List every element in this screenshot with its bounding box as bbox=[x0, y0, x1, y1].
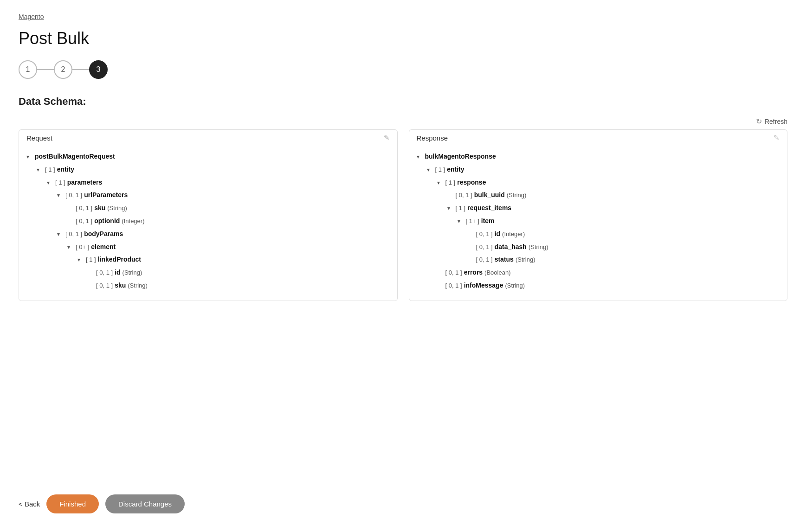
spacer bbox=[88, 281, 94, 290]
chevron-icon[interactable]: ▾ bbox=[26, 152, 33, 161]
bracket: [ 0, 1 ] bbox=[65, 190, 82, 200]
node-name: urlParameters bbox=[84, 190, 128, 201]
tree-node: ▾[ 1 ] response bbox=[417, 176, 780, 189]
bracket: [ 0, 1 ] bbox=[476, 242, 493, 252]
tree-node: ▾[ 1 ] entity bbox=[26, 163, 390, 176]
node-name: sku bbox=[94, 203, 105, 214]
bracket: [ 0, 1 ] bbox=[445, 268, 462, 278]
type-label: (String) bbox=[128, 281, 148, 291]
request-edit-icon[interactable]: ✎ bbox=[384, 134, 390, 142]
tree-node: ▾[ 1 ] linkedProduct bbox=[26, 253, 390, 266]
step-connector-1 bbox=[37, 69, 54, 70]
chevron-icon[interactable]: ▾ bbox=[427, 165, 433, 174]
bracket: [ 0+ ] bbox=[76, 242, 89, 252]
bracket: [ 0, 1 ] bbox=[96, 268, 113, 278]
bracket: [ 0, 1 ] bbox=[76, 216, 92, 226]
response-label: Response bbox=[417, 134, 448, 142]
response-edit-icon[interactable]: ✎ bbox=[774, 134, 780, 142]
chevron-icon[interactable]: ▾ bbox=[37, 165, 43, 174]
type-label: (String) bbox=[516, 255, 535, 265]
chevron-icon[interactable]: ▾ bbox=[447, 204, 454, 213]
node-name: postBulkMagentoRequest bbox=[35, 151, 115, 162]
type-label: (Integer) bbox=[502, 229, 525, 239]
spacer bbox=[468, 255, 474, 264]
type-label: (Integer) bbox=[122, 216, 144, 226]
node-name: item bbox=[481, 216, 495, 227]
chevron-icon[interactable]: ▾ bbox=[57, 191, 64, 200]
spacer bbox=[88, 268, 94, 277]
refresh-bar[interactable]: ↻ Refresh bbox=[19, 117, 787, 126]
node-name: element bbox=[91, 242, 116, 253]
spacer bbox=[468, 230, 474, 239]
bracket: [ 0, 1 ] bbox=[476, 255, 493, 265]
tree-node: ▾[ 0, 1 ] bodyParams bbox=[26, 228, 390, 241]
bracket: [ 0, 1 ] bbox=[456, 190, 472, 200]
bracket: [ 1 ] bbox=[55, 178, 65, 188]
refresh-label: Refresh bbox=[765, 118, 787, 125]
request-header: Request ✎ bbox=[19, 130, 397, 144]
tree-node: ▾[ 1 ] parameters bbox=[26, 176, 390, 189]
tree-node: [ 0, 1 ] id (String) bbox=[26, 266, 390, 279]
type-label: (Boolean) bbox=[484, 268, 510, 278]
stepper: 1 2 3 bbox=[19, 60, 787, 79]
step-1[interactable]: 1 bbox=[19, 60, 37, 79]
bracket: [ 1+ ] bbox=[466, 216, 479, 226]
spacer bbox=[437, 281, 444, 290]
step-3[interactable]: 3 bbox=[89, 60, 108, 79]
tree-node: ▾[ 0, 1 ] urlParameters bbox=[26, 189, 390, 202]
chevron-icon[interactable]: ▾ bbox=[458, 217, 464, 226]
tree-node: [ 0, 1 ] bulk_uuid (String) bbox=[417, 189, 780, 202]
node-name: id bbox=[495, 229, 500, 240]
bracket: [ 0, 1 ] bbox=[476, 229, 493, 239]
tree-node: [ 0, 1 ] sku (String) bbox=[26, 202, 390, 215]
chevron-icon[interactable]: ▾ bbox=[437, 178, 444, 187]
bracket: [ 1 ] bbox=[86, 255, 96, 265]
spacer bbox=[447, 191, 454, 200]
response-header: Response ✎ bbox=[409, 130, 787, 144]
discard-button[interactable]: Discard Changes bbox=[105, 494, 185, 513]
chevron-icon[interactable]: ▾ bbox=[417, 152, 423, 161]
bracket: [ 0, 1 ] bbox=[96, 281, 113, 291]
node-name: entity bbox=[57, 164, 74, 175]
node-name: response bbox=[457, 177, 486, 188]
node-name: errors bbox=[464, 267, 483, 278]
tree-node: [ 0, 1 ] optionId (Integer) bbox=[26, 215, 390, 228]
bottom-bar: < Back Finished Discard Changes bbox=[19, 494, 185, 513]
schema-columns: Request ✎ ▾postBulkMagentoRequest▾[ 1 ] … bbox=[19, 129, 787, 301]
chevron-icon[interactable]: ▾ bbox=[77, 255, 84, 264]
tree-node: [ 0, 1 ] errors (Boolean) bbox=[417, 266, 780, 279]
bracket: [ 1 ] bbox=[445, 178, 456, 188]
tree-node: ▾[ 1 ] entity bbox=[417, 163, 780, 176]
step-2[interactable]: 2 bbox=[54, 60, 72, 79]
node-name: sku bbox=[115, 280, 126, 291]
bracket: [ 0, 1 ] bbox=[445, 281, 462, 291]
request-body: ▾postBulkMagentoRequest▾[ 1 ] entity▾[ 1… bbox=[19, 144, 397, 301]
bracket: [ 1 ] bbox=[435, 165, 445, 175]
breadcrumb[interactable]: Magento bbox=[19, 13, 787, 20]
node-name: bulk_uuid bbox=[474, 190, 505, 201]
finished-button[interactable]: Finished bbox=[46, 494, 99, 513]
back-button[interactable]: < Back bbox=[19, 500, 40, 508]
node-name: entity bbox=[447, 164, 464, 175]
tree-node: ▾bulkMagentoResponse bbox=[417, 150, 780, 163]
tree-node: ▾[ 0+ ] element bbox=[26, 241, 390, 254]
node-name: linkedProduct bbox=[98, 254, 141, 265]
chevron-icon[interactable]: ▾ bbox=[47, 178, 53, 187]
tree-node: [ 0, 1 ] sku (String) bbox=[26, 279, 390, 292]
node-name: data_hash bbox=[495, 242, 527, 253]
chevron-icon[interactable]: ▾ bbox=[67, 243, 74, 252]
node-name: id bbox=[115, 267, 120, 278]
type-label: (String) bbox=[529, 242, 548, 252]
tree-node: [ 0, 1 ] id (Integer) bbox=[417, 228, 780, 241]
request-label: Request bbox=[26, 134, 52, 142]
node-name: optionId bbox=[94, 216, 120, 227]
spacer bbox=[67, 217, 74, 226]
spacer bbox=[67, 204, 74, 213]
page-title: Post Bulk bbox=[19, 29, 787, 48]
chevron-icon[interactable]: ▾ bbox=[57, 230, 64, 239]
node-name: bodyParams bbox=[84, 229, 123, 240]
page-wrapper: Magento Post Bulk 1 2 3 Data Schema: ↻ R… bbox=[0, 0, 806, 532]
tree-node: [ 0, 1 ] status (String) bbox=[417, 253, 780, 266]
tree-node: [ 0, 1 ] infoMessage (String) bbox=[417, 279, 780, 292]
type-label: (String) bbox=[505, 281, 525, 291]
